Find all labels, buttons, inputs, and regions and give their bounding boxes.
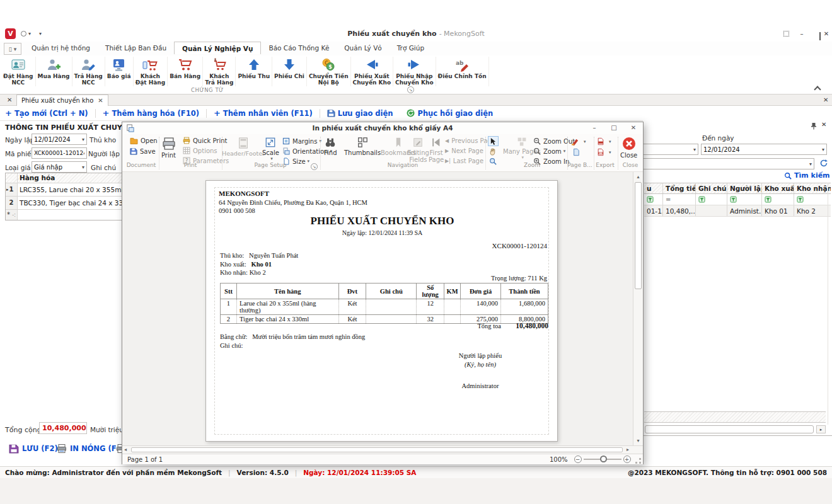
group-dialog-launcher-icon[interactable]: ↘ (407, 86, 414, 93)
column-header[interactable]: Ghi chú (696, 183, 727, 193)
tab-tro-giup[interactable]: Trợ Giúp (390, 42, 432, 54)
zoom-out-button[interactable]: Zoom Out (533, 137, 575, 145)
options-button[interactable]: Options (183, 147, 217, 154)
filter-cell[interactable] (762, 194, 794, 205)
close-preview-button[interactable]: Close (620, 137, 637, 159)
next-page-button[interactable]: ▶ Next Page (445, 147, 483, 154)
new-button[interactable]: +Tạo mới (Ctrl + N) (5, 108, 88, 118)
zoom-in-icon[interactable]: + (623, 455, 631, 463)
scroll-right-icon[interactable]: ▸ (816, 425, 826, 433)
horizontal-scrollbar-thumb[interactable] (131, 447, 623, 452)
tabstrip-close-icon[interactable]: ✕ (823, 94, 828, 106)
quick-print-button[interactable]: Quick Print (183, 137, 227, 144)
column-header[interactable]: Kho xuất (762, 183, 794, 193)
scroll-up-icon[interactable]: ▴ (633, 174, 643, 180)
add-item-button[interactable]: +Thêm hàng hóa (F10) (103, 108, 199, 118)
open-button[interactable]: Open (130, 137, 158, 144)
vertical-scrollbar-thumb[interactable] (635, 182, 642, 289)
zoom-button[interactable]: Zoom▾ (533, 147, 565, 155)
header-footer-button[interactable]: Header/Footer (225, 137, 262, 157)
ngay-lap-combo[interactable]: 12/01/2024▾ (32, 134, 87, 145)
magnifier-tool-button[interactable] (489, 158, 497, 165)
save-button[interactable]: Save (130, 147, 156, 155)
export-document-button[interactable]: ▾ (597, 137, 611, 146)
last-page-button[interactable]: ▶| Last Page (445, 158, 483, 164)
filter-cell[interactable]: = (663, 194, 696, 205)
phieu-xuat-chuyen-kho-button[interactable]: Phiếu Xuất Chuyển Kho (351, 57, 394, 86)
hand-tool-button[interactable] (489, 147, 497, 156)
phieu-thu-button[interactable]: Phiếu Thu (236, 57, 272, 86)
app-menu-button[interactable]: ▯ ▾ (4, 43, 21, 55)
resize-grip[interactable] (635, 458, 641, 464)
toolbar-dropdown-icon[interactable]: ▾ (39, 31, 42, 37)
fit-window-icon[interactable] (780, 29, 794, 39)
refresh-icon[interactable] (819, 159, 828, 168)
page-setup-launcher-icon[interactable]: ↘ (311, 163, 318, 170)
document-tab[interactable]: Phiếu xuất chuyển kho✕ (16, 94, 108, 106)
column-header[interactable]: Người lập (727, 183, 762, 193)
editing-fields-button[interactable]: Editing Fields (407, 137, 429, 163)
mua-hang-button[interactable]: Mua Hàng (36, 57, 72, 86)
minimize-button[interactable]: – (795, 29, 809, 39)
margins-button[interactable]: Margins▾ (282, 137, 321, 145)
tab-quan-tri-he-thong[interactable]: Quản trị hệ thống (24, 42, 98, 54)
quick-access-dropdown-icon[interactable]: ▾ (28, 31, 31, 37)
scale-button[interactable]: Scale ▾ (262, 137, 279, 161)
tab-quan-ly-vo[interactable]: Quản Lý Vỏ (337, 42, 389, 54)
scroll-right-icon[interactable]: ▸ (627, 447, 629, 452)
ma-phieu-field[interactable]: XCK00001-120124 (32, 147, 87, 159)
dialog-minimize-button[interactable]: – (587, 123, 602, 133)
quick-access-icon[interactable] (21, 31, 26, 37)
phieu-chi-button[interactable]: Phiếu Chi (272, 57, 307, 86)
pointer-tool-button[interactable] (488, 136, 499, 146)
collapse-ribbon-icon[interactable] (814, 86, 821, 93)
save-layout-button[interactable]: Lưu giao diện (327, 109, 393, 118)
close-tab-icon[interactable]: ✕ (98, 97, 103, 104)
find-button[interactable]: Find (324, 137, 337, 156)
restore-layout-button[interactable]: Phục hồi giao diện (407, 109, 493, 118)
tab-thiet-lap-ban-dau[interactable]: Thiết Lập Ban Đầu (98, 42, 174, 54)
dialog-title-bar[interactable]: In phiếu xuất chuyển kho khổ giấy A4 – □… (122, 122, 643, 134)
zoom-slider-thumb[interactable] (600, 455, 607, 462)
results-grid-row[interactable]: 01-1... 10,480,... Administ... Kho 01 Kh… (644, 205, 831, 217)
phieu-nhap-chuyen-kho-button[interactable]: Phiếu Nhập Chuyển Kho (393, 57, 436, 86)
dieu-chinh-ton-button[interactable]: ab Điều Chỉnh Tồn (436, 57, 489, 86)
ban-hang-button[interactable]: Bán Hàng (168, 57, 203, 86)
preview-vertical-scrollbar[interactable]: ▴ ▾ (633, 172, 643, 445)
tab-quan-ly-nghiep-vu[interactable]: Quản Lý Nghiệp Vụ (174, 42, 261, 54)
page-color-button[interactable] (572, 148, 582, 156)
filter-cell[interactable] (794, 194, 831, 205)
print-button[interactable]: Print (161, 137, 176, 159)
scroll-down-icon[interactable]: ▾ (633, 438, 643, 444)
close-button[interactable]: ✕ (819, 29, 832, 39)
horizontal-scrollbar-thumb[interactable] (645, 425, 814, 433)
khach-dat-hang-button[interactable]: Khách Đặt Hàng (134, 57, 168, 86)
chuyen-tien-noi-bo-button[interactable]: C$ Chuyển Tiền Nội Bộ (307, 57, 351, 86)
preview-horizontal-scrollbar[interactable]: ◂ ▸ (122, 445, 643, 454)
bao-gia-button[interactable]: Báo giá (105, 57, 134, 86)
close-panel-icon[interactable]: ✕ (821, 121, 826, 128)
preview-surface[interactable]: MEKONGSOFT 64 Nguyễn Đình Chiểu, Phường … (122, 172, 633, 445)
scroll-left-icon[interactable]: ◂ (124, 447, 127, 452)
filter-cell[interactable] (696, 194, 727, 205)
zoom-out-icon[interactable]: − (574, 455, 582, 463)
filter-cell[interactable] (644, 194, 663, 205)
filter-cell[interactable] (727, 194, 762, 205)
filter-combo[interactable]: ▾ (624, 158, 814, 169)
column-header[interactable]: u (644, 183, 663, 193)
dialog-close-button[interactable]: ✕ (626, 123, 641, 133)
hot-print-button[interactable]: IN NÓNG (F4) (57, 444, 125, 454)
den-ngay-combo[interactable]: 12/01/2024▾ (701, 144, 827, 155)
add-employee-button[interactable]: +Thêm nhân viên (F11) (214, 108, 313, 118)
khach-tra-hang-button[interactable]: Khách Trả Hàng (203, 57, 236, 86)
send-email-button[interactable]: ▾ (597, 148, 611, 156)
column-header[interactable]: Kho nhận (794, 183, 831, 193)
tab-bao-cao-thong-ke[interactable]: Báo Cáo Thống Kê (261, 42, 337, 54)
pin-icon[interactable] (811, 122, 817, 130)
dialog-maximize-button[interactable]: □ (606, 123, 621, 133)
thumbnails-button[interactable]: Thumbnails (344, 137, 381, 156)
tra-hang-ncc-button[interactable]: Trả Hàng NCC (72, 57, 105, 86)
watermark-button[interactable]: ▾ (571, 137, 586, 146)
close-all-tabs-icon[interactable]: ✕ (7, 94, 12, 106)
search-button[interactable]: Tìm kiếm (784, 171, 830, 180)
